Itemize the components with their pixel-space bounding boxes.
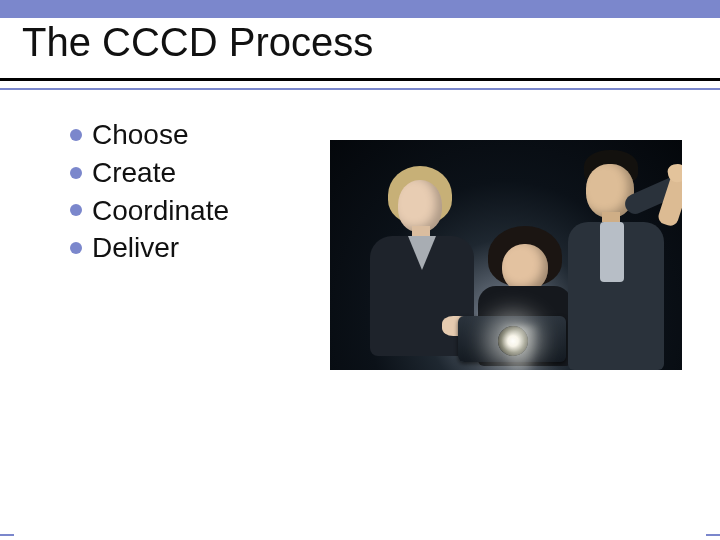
bullet-icon bbox=[70, 242, 82, 254]
bullet-text: Coordinate bbox=[92, 192, 229, 230]
slide-image bbox=[330, 140, 682, 370]
bullet-text: Create bbox=[92, 154, 176, 192]
bullet-item: Coordinate bbox=[70, 192, 229, 230]
divider-primary bbox=[0, 78, 720, 81]
edge-accent-left bbox=[0, 534, 14, 536]
bullet-item: Choose bbox=[70, 116, 229, 154]
edge-accent-right bbox=[706, 534, 720, 536]
corner-accent-bottom-left bbox=[0, 470, 70, 540]
person-right-pointing bbox=[556, 150, 682, 370]
bullet-icon bbox=[70, 129, 82, 141]
bullet-text: Choose bbox=[92, 116, 189, 154]
bullet-text: Deliver bbox=[92, 229, 179, 267]
accent-band-top bbox=[0, 0, 720, 18]
bullet-list: Choose Create Coordinate Deliver bbox=[70, 116, 229, 267]
corner-accent-bottom-right bbox=[652, 472, 720, 540]
slide: The CCCD Process Choose Create Coordinat… bbox=[0, 0, 720, 540]
projector-light bbox=[500, 326, 540, 370]
bullet-item: Deliver bbox=[70, 229, 229, 267]
bullet-icon bbox=[70, 167, 82, 179]
bullet-item: Create bbox=[70, 154, 229, 192]
divider-accent bbox=[0, 88, 720, 90]
slide-title: The CCCD Process bbox=[22, 20, 373, 65]
bullet-icon bbox=[70, 204, 82, 216]
